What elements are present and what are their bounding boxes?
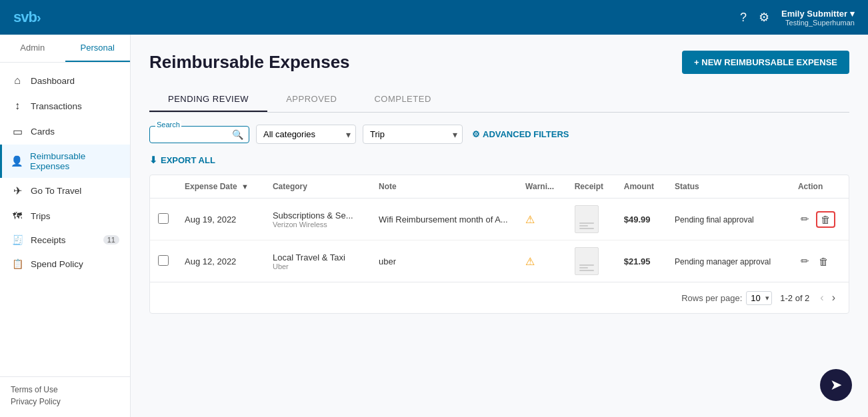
- home-icon: ⌂: [11, 75, 24, 87]
- sidebar-item-label: Transactions: [31, 101, 82, 111]
- row2-checkbox-cell: [150, 240, 177, 282]
- row1-amount: $49.99: [616, 199, 667, 240]
- sidebar-item-go-to-travel[interactable]: ✈ Go To Travel: [0, 178, 130, 204]
- new-reimbursable-button[interactable]: + NEW REIMBURSABLE EXPENSE: [682, 51, 849, 74]
- sort-icon: ▼: [241, 183, 249, 191]
- sidebar-item-transactions[interactable]: ↕ Transactions: [0, 93, 130, 119]
- sidebar-item-cards[interactable]: ▭ Cards: [0, 119, 130, 145]
- row2-checkbox[interactable]: [158, 255, 169, 266]
- terms-link[interactable]: Terms of Use: [11, 385, 119, 394]
- col-checkbox: [150, 175, 177, 199]
- receipt-line: [579, 270, 594, 271]
- user-subtitle: Testing_Superhuman: [785, 19, 855, 27]
- rows-per-page-wrapper: 10: [746, 291, 772, 305]
- receipt-line: [579, 267, 588, 268]
- sidebar-item-trips[interactable]: 🗺 Trips: [0, 204, 130, 228]
- row2-delete-button[interactable]: 🗑: [816, 253, 831, 270]
- row1-edit-button[interactable]: ✏: [798, 210, 812, 228]
- sidebar-tab-admin[interactable]: Admin: [0, 35, 65, 62]
- advanced-filters-button[interactable]: ⚙ ADVANCED FILTERS: [472, 129, 569, 139]
- row1-date: Aug 19, 2022: [177, 199, 265, 240]
- receipt-thumbnail[interactable]: [575, 247, 599, 275]
- row1-actions: ✏ 🗑: [790, 199, 849, 240]
- row2-edit-button[interactable]: ✏: [798, 252, 812, 270]
- help-icon[interactable]: ?: [740, 11, 747, 25]
- rows-per-page-label: Rows per page: 10: [681, 291, 772, 305]
- sidebar-item-label: Spend Policy: [31, 259, 83, 269]
- row1-delete-button[interactable]: 🗑: [816, 211, 835, 228]
- trip-filter-wrapper: Trip: [363, 125, 463, 144]
- row1-receipt: [567, 199, 616, 240]
- filter-row: Search 🔍 All categories Trip ⚙ ADVANCED …: [149, 125, 849, 144]
- search-icon[interactable]: 🔍: [232, 129, 243, 140]
- chat-icon: ➤: [830, 376, 842, 394]
- user-name: Emily Submitter: [781, 9, 847, 19]
- receipt-thumbnail[interactable]: [575, 205, 599, 233]
- trip-filter[interactable]: Trip: [363, 125, 463, 144]
- top-navigation: svb› ? ⚙ Emily Submitter ▾ Testing_Super…: [0, 0, 868, 35]
- search-input[interactable]: [155, 129, 232, 139]
- logo[interactable]: svb›: [13, 9, 41, 26]
- receipt-line: [579, 228, 594, 229]
- sidebar-item-reimbursable[interactable]: 👤 Reimbursable Expenses: [0, 145, 130, 178]
- row2-date: Aug 12, 2022: [177, 240, 265, 282]
- table-header-row: Expense Date ▼ Category Note Warni... Re…: [150, 175, 849, 199]
- row1-note: Wifi Reimbursement month of A...: [371, 199, 517, 240]
- row2-note: uber: [371, 240, 517, 282]
- sidebar-item-dashboard[interactable]: ⌂ Dashboard: [0, 68, 130, 93]
- transactions-icon: ↕: [11, 100, 24, 112]
- receipt-line: [579, 225, 588, 226]
- sidebar-tab-group: Admin Personal: [0, 35, 130, 63]
- top-nav-right: ? ⚙ Emily Submitter ▾ Testing_Superhuman: [740, 9, 855, 27]
- receipts-icon: 🧾: [11, 234, 24, 245]
- export-icon: ⬇: [149, 155, 157, 165]
- row1-checkbox[interactable]: [158, 213, 169, 224]
- category-filter[interactable]: All categories: [256, 125, 356, 144]
- receipt-line: [579, 264, 594, 266]
- sidebar-tab-personal[interactable]: Personal: [65, 35, 131, 62]
- pagination: Rows per page: 10 1-2 of 2 ‹ ›: [150, 282, 849, 313]
- sidebar-item-label: Go To Travel: [31, 186, 81, 196]
- sidebar-item-label: Dashboard: [31, 76, 75, 86]
- prev-page-button[interactable]: ‹: [817, 290, 826, 305]
- warning-icon: ⚠: [525, 214, 535, 225]
- sidebar-item-label: Trips: [31, 211, 51, 221]
- user-menu[interactable]: Emily Submitter ▾ Testing_Superhuman: [781, 9, 855, 27]
- action-icons: ✏ 🗑: [798, 252, 841, 270]
- tab-pending-review[interactable]: PENDING REVIEW: [149, 87, 267, 112]
- tab-approved[interactable]: APPROVED: [267, 87, 355, 112]
- content-header: Reimbursable Expenses + NEW REIMBURSABLE…: [149, 51, 849, 74]
- sidebar-item-receipts[interactable]: 🧾 Receipts 11: [0, 228, 130, 252]
- col-amount: Amount: [616, 175, 667, 199]
- chat-bubble[interactable]: ➤: [820, 369, 852, 401]
- search-label: Search: [155, 121, 181, 129]
- next-page-button[interactable]: ›: [829, 290, 838, 305]
- export-row: ⬇ EXPORT ALL: [149, 155, 849, 165]
- col-action: Action: [790, 175, 849, 199]
- rows-per-page-select[interactable]: 10: [746, 291, 772, 305]
- export-all-button[interactable]: ⬇ EXPORT ALL: [149, 155, 215, 165]
- cards-icon: ▭: [11, 125, 24, 138]
- row2-actions: ✏ 🗑: [790, 240, 849, 282]
- row1-warning: ⚠: [517, 199, 567, 240]
- page-navigation: ‹ ›: [817, 290, 838, 305]
- col-expense-date[interactable]: Expense Date ▼: [177, 175, 265, 199]
- tab-completed[interactable]: COMPLETED: [355, 87, 449, 112]
- sidebar: Admin Personal ⌂ Dashboard ↕ Transaction…: [0, 35, 131, 417]
- page-info: 1-2 of 2: [780, 293, 809, 303]
- travel-icon: ✈: [11, 185, 24, 197]
- sidebar-nav: ⌂ Dashboard ↕ Transactions ▭ Cards 👤 Rei…: [0, 63, 130, 376]
- row1-status: Pending final approval: [667, 199, 790, 240]
- sidebar-footer: Terms of Use Privacy Policy: [0, 376, 130, 417]
- privacy-link[interactable]: Privacy Policy: [11, 397, 119, 406]
- main-layout: Admin Personal ⌂ Dashboard ↕ Transaction…: [0, 35, 868, 417]
- sidebar-item-label: Cards: [31, 127, 55, 137]
- person-icon: 👤: [11, 155, 23, 167]
- category-filter-wrapper: All categories: [256, 125, 356, 144]
- warning-icon: ⚠: [525, 256, 535, 267]
- settings-icon[interactable]: ⚙: [759, 10, 769, 25]
- sidebar-item-label: Receipts: [31, 235, 66, 245]
- col-note: Note: [371, 175, 517, 199]
- sidebar-item-spend-policy[interactable]: 📋 Spend Policy: [0, 252, 130, 276]
- table-row: Aug 12, 2022 Local Travel & Taxi Uber ub…: [150, 240, 849, 282]
